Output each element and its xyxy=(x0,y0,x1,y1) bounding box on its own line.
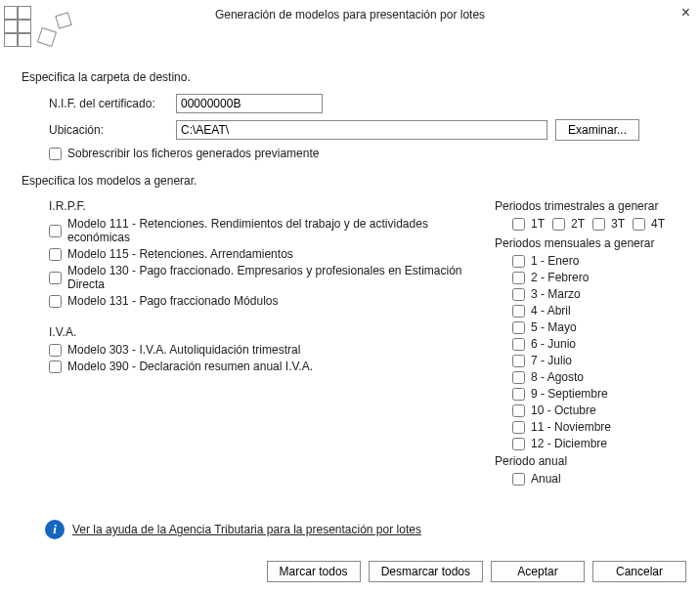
month-4-label: 4 - Abril xyxy=(531,304,571,318)
modelo-111-label: Modelo 111 - Retenciones. Rendimientos d… xyxy=(67,217,485,244)
quarter-4t-label: 4T xyxy=(651,217,665,231)
quarter-4t-checkbox[interactable] xyxy=(633,218,645,231)
ubicacion-input[interactable] xyxy=(176,120,547,140)
info-icon: i xyxy=(45,520,65,539)
modelo-130-checkbox[interactable] xyxy=(49,272,62,284)
sobrescribir-label: Sobrescribir los ficheros generados prev… xyxy=(67,147,319,160)
month-3-checkbox[interactable] xyxy=(512,288,525,301)
month-1-checkbox[interactable] xyxy=(512,255,525,268)
quarter-3t-label: 3T xyxy=(611,217,625,231)
month-10-checkbox[interactable] xyxy=(512,404,525,417)
aceptar-button[interactable]: Aceptar xyxy=(491,561,585,582)
quarter-1t-label: 1T xyxy=(531,217,545,231)
month-12-label: 12 - Diciembre xyxy=(531,437,607,450)
annual-label: Anual xyxy=(531,472,561,486)
close-icon[interactable]: × xyxy=(681,4,690,21)
modelo-115-checkbox[interactable] xyxy=(49,248,62,261)
month-7-checkbox[interactable] xyxy=(512,355,525,367)
modelo-303-checkbox[interactable] xyxy=(49,344,62,357)
sobrescribir-checkbox[interactable] xyxy=(49,148,62,160)
modelo-111-checkbox[interactable] xyxy=(49,225,62,237)
ubicacion-label: Ubicación: xyxy=(49,123,176,137)
month-9-checkbox[interactable] xyxy=(512,388,525,401)
nif-label: N.I.F. del certificado: xyxy=(49,97,176,110)
iva-title: I.V.A. xyxy=(49,325,485,339)
month-10-label: 10 - Octubre xyxy=(531,403,596,417)
month-12-checkbox[interactable] xyxy=(512,438,525,450)
modelo-390-checkbox[interactable] xyxy=(49,361,62,373)
month-2-checkbox[interactable] xyxy=(512,272,525,284)
month-2-label: 2 - Febrero xyxy=(531,271,589,284)
month-5-label: 5 - Mayo xyxy=(531,320,577,334)
quarter-title: Periodos trimestrales a generar xyxy=(495,199,678,213)
desmarcar-todos-button[interactable]: Desmarcar todos xyxy=(369,561,483,582)
irpf-title: I.R.P.F. xyxy=(49,199,485,213)
dialog-title: Generación de modelos para presentación … xyxy=(215,8,485,21)
modelo-303-label: Modelo 303 - I.V.A. Autoliquidación trim… xyxy=(67,343,300,357)
quarter-3t-checkbox[interactable] xyxy=(592,218,605,231)
quarter-1t-checkbox[interactable] xyxy=(512,218,525,231)
nif-input[interactable] xyxy=(176,94,323,113)
help-link[interactable]: Ver la ayuda de la Agencia Tributaria pa… xyxy=(72,523,421,536)
dest-section-label: Especifica la carpeta de destino. xyxy=(22,70,678,84)
modelo-115-label: Modelo 115 - Retenciones. Arrendamientos xyxy=(67,247,293,261)
month-11-label: 11 - Noviembre xyxy=(531,420,611,434)
month-5-checkbox[interactable] xyxy=(512,321,525,334)
month-8-checkbox[interactable] xyxy=(512,371,525,384)
month-11-checkbox[interactable] xyxy=(512,421,525,434)
annual-checkbox[interactable] xyxy=(512,473,525,486)
annual-title: Periodo anual xyxy=(495,454,678,468)
examinar-button[interactable]: Examinar... xyxy=(555,119,639,141)
month-8-label: 8 - Agosto xyxy=(531,370,584,384)
modelo-131-checkbox[interactable] xyxy=(49,295,62,308)
marcar-todos-button[interactable]: Marcar todos xyxy=(267,561,361,582)
month-4-checkbox[interactable] xyxy=(512,305,525,318)
month-9-label: 9 - Septiembre xyxy=(531,387,608,401)
gen-section-label: Especifica los modelos a generar. xyxy=(22,174,678,188)
month-6-checkbox[interactable] xyxy=(512,338,525,351)
month-title: Periodos mensuales a generar xyxy=(495,236,678,250)
month-7-label: 7 - Julio xyxy=(531,354,572,367)
month-6-label: 6 - Junio xyxy=(531,337,576,351)
quarter-2t-checkbox[interactable] xyxy=(552,218,565,231)
month-3-label: 3 - Marzo xyxy=(531,287,581,301)
month-1-label: 1 - Enero xyxy=(531,254,579,268)
quarter-2t-label: 2T xyxy=(571,217,585,231)
cancelar-button[interactable]: Cancelar xyxy=(592,561,686,582)
modelo-390-label: Modelo 390 - Declaración resumen anual I… xyxy=(67,360,313,373)
modelo-131-label: Modelo 131 - Pago fraccionado Módulos xyxy=(67,294,278,308)
modelo-130-label: Modelo 130 - Pago fraccionado. Empresari… xyxy=(67,264,485,291)
